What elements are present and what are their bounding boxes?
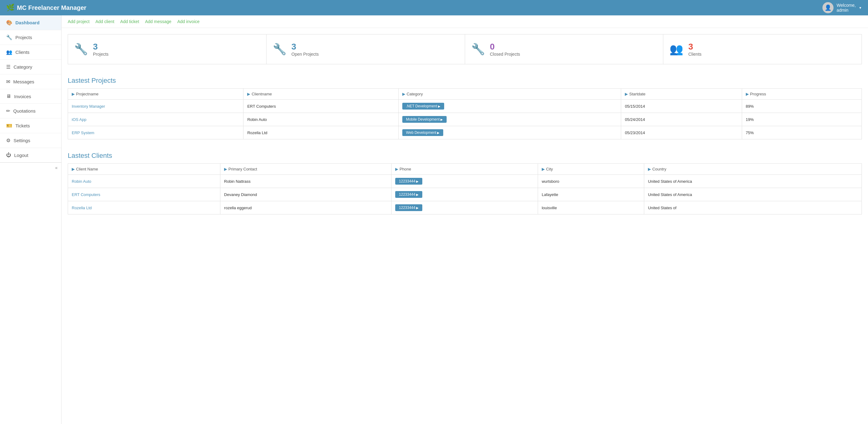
stat-clients-icon: 👥: [670, 43, 683, 56]
phone-badge: 12233444: [395, 178, 422, 185]
user-menu[interactable]: 👤 Welcome, admin ▼: [823, 2, 862, 13]
col-client-name[interactable]: ▶Client Name: [68, 164, 220, 175]
col-primary-contact[interactable]: ▶Primary Contact: [220, 164, 392, 175]
user-greeting: Welcome, admin: [837, 3, 856, 12]
projects-section: Lastest Projects ▶Projectname ▶Clientnam…: [62, 70, 868, 145]
category-icon: ☰: [6, 64, 10, 70]
add-invoice-link[interactable]: Add invoice: [177, 19, 199, 24]
invoices-icon: 🖥: [6, 94, 11, 99]
col-category[interactable]: ▶Category: [398, 89, 621, 100]
add-ticket-link[interactable]: Add ticket: [120, 19, 139, 24]
stat-clients-number: 3: [688, 42, 702, 52]
col-startdate[interactable]: ▶Startdate: [621, 89, 742, 100]
sidebar-item-invoices[interactable]: 🖥 Invoices: [0, 89, 61, 104]
sidebar-label-tickets: Tickets: [16, 123, 30, 128]
startdate-cell: 05/24/2014: [621, 113, 742, 126]
col-progress[interactable]: ▶Progress: [742, 89, 862, 100]
client-name-cell: ERT Computers: [244, 100, 398, 113]
tickets-icon: 🎫: [6, 123, 12, 129]
table-row: ERT Computers Devaney Diamond 12233444 L…: [68, 188, 862, 201]
sidebar: 🎨 Dashboard 🔧 Projects 👥 Clients ☰ Categ…: [0, 15, 62, 424]
progress-cell: 89%: [742, 100, 862, 113]
col-phone[interactable]: ▶Phone: [392, 164, 538, 175]
table-row: Rozella Ltd rozella eggerud 12233444 lou…: [68, 201, 862, 215]
app-header: 🌿 MC Freelancer Manager 👤 Welcome, admin…: [0, 0, 868, 15]
messages-icon: ✉: [6, 79, 10, 85]
sidebar-label-quotations: Quotations: [13, 108, 36, 113]
contact-cell: Robin Nattrass: [220, 175, 392, 188]
phone-cell: 12233444: [392, 188, 538, 201]
phone-cell: 12233444: [392, 175, 538, 188]
phone-cell: 12233444: [392, 201, 538, 215]
country-cell: United States of America: [644, 175, 862, 188]
contact-cell: Devaney Diamond: [220, 188, 392, 201]
startdate-cell: 05/15/2014: [621, 100, 742, 113]
settings-icon: ⚙: [6, 137, 10, 143]
add-project-link[interactable]: Add project: [68, 19, 90, 24]
project-name-link[interactable]: ERP System: [72, 130, 94, 135]
phone-badge: 12233444: [395, 191, 422, 198]
category-badge: .NET Development: [402, 103, 444, 109]
sidebar-collapse-button[interactable]: «: [0, 162, 61, 173]
category-cell: Web Development: [398, 126, 621, 139]
country-cell: United States of: [644, 201, 862, 215]
table-row: iOS App Robin Auto Mobile Development 05…: [68, 113, 862, 126]
stat-closed-projects-label: Closed Projects: [490, 52, 520, 57]
dashboard-icon: 🎨: [6, 20, 12, 26]
sidebar-item-clients[interactable]: 👥 Clients: [0, 45, 61, 60]
user-dropdown-arrow[interactable]: ▼: [859, 6, 862, 9]
progress-cell: 75%: [742, 126, 862, 139]
sidebar-item-settings[interactable]: ⚙ Settings: [0, 133, 61, 148]
client-name-link[interactable]: Rozella Ltd: [72, 205, 92, 210]
col-country[interactable]: ▶Country: [644, 164, 862, 175]
sidebar-label-settings: Settings: [13, 138, 30, 143]
client-name-cell: Rozella Ltd: [244, 126, 398, 139]
sidebar-item-category[interactable]: ☰ Category: [0, 60, 61, 74]
col-projectname[interactable]: ▶Projectname: [68, 89, 244, 100]
stat-clients: 👥 3 Clients: [663, 34, 862, 64]
client-name-link[interactable]: Robin Auto: [72, 179, 91, 184]
stat-projects: 🔧 3 Projects: [68, 34, 267, 64]
stat-projects-icon: 🔧: [74, 43, 88, 56]
stat-projects-label: Projects: [93, 52, 108, 57]
projects-section-title: Lastest Projects: [68, 70, 862, 88]
table-row: Inventory Manager ERT Computers .NET Dev…: [68, 100, 862, 113]
category-badge: Mobile Development: [402, 116, 446, 123]
city-cell: louisville: [538, 201, 644, 215]
app-title: MC Freelancer Manager: [17, 4, 87, 11]
col-city[interactable]: ▶City: [538, 164, 644, 175]
projects-table: ▶Projectname ▶Clientname ▶Category ▶Star…: [68, 88, 862, 139]
sidebar-item-tickets[interactable]: 🎫 Tickets: [0, 119, 61, 133]
add-message-link[interactable]: Add message: [145, 19, 172, 24]
project-name-cell: ERP System: [68, 126, 244, 139]
table-row: ERP System Rozella Ltd Web Development 0…: [68, 126, 862, 139]
client-name-cell: Rozella Ltd: [68, 201, 220, 215]
project-name-link[interactable]: Inventory Manager: [72, 104, 105, 109]
sidebar-label-dashboard: Dashboard: [16, 20, 39, 25]
sidebar-label-clients: Clients: [16, 50, 30, 55]
sidebar-item-dashboard[interactable]: 🎨 Dashboard: [0, 15, 61, 30]
project-name-link[interactable]: iOS App: [72, 117, 87, 122]
col-clientname[interactable]: ▶Clientname: [244, 89, 398, 100]
sidebar-label-messages: Messages: [13, 79, 34, 84]
category-badge: Web Development: [402, 129, 443, 136]
add-client-link[interactable]: Add client: [95, 19, 114, 24]
projects-icon: 🔧: [6, 34, 12, 40]
contact-cell: rozella eggerud: [220, 201, 392, 215]
sidebar-item-projects[interactable]: 🔧 Projects: [0, 30, 61, 45]
sidebar-item-messages[interactable]: ✉ Messages: [0, 74, 61, 89]
avatar: 👤: [823, 2, 834, 13]
client-name-link[interactable]: ERT Computers: [72, 192, 100, 197]
clients-icon: 👥: [6, 49, 12, 55]
stat-open-projects-label: Open Projects: [291, 52, 319, 57]
stat-closed-projects-number: 0: [490, 42, 520, 52]
sidebar-item-logout[interactable]: ⏻ Logout: [0, 148, 61, 162]
clients-section-title: Lastest Clients: [68, 145, 862, 163]
project-name-cell: iOS App: [68, 113, 244, 126]
collapse-icon: «: [55, 165, 58, 170]
city-cell: wurtsboro: [538, 175, 644, 188]
client-name-cell: Robin Auto: [244, 113, 398, 126]
stat-open-projects-number: 3: [291, 42, 319, 52]
app-logo: 🌿 MC Freelancer Manager: [6, 4, 87, 12]
sidebar-item-quotations[interactable]: ✏ Quotations: [0, 104, 61, 119]
